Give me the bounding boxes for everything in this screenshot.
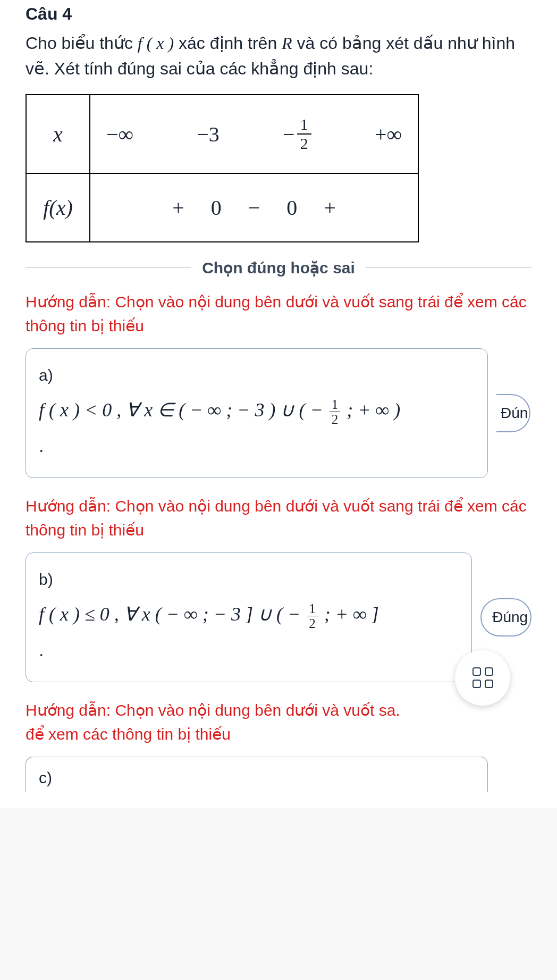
option-a-pill[interactable]: Đún (496, 394, 530, 432)
option-b-math: f ( x ) ≤ 0 , ∀ x ( − ∞ ; − 3 ] ∪ ( − 12… (39, 604, 379, 625)
option-c-label: c) (39, 769, 52, 786)
divider-label-text: Chọn đúng hoặc sai (191, 258, 366, 277)
x-val-neghalf: − 12 (283, 116, 311, 152)
fx-sign-5: + (324, 195, 336, 220)
x-val-neginf: −∞ (106, 122, 133, 147)
option-a-box[interactable]: a) f ( x ) < 0 , ∀ x ∈ ( − ∞ ; − 3 ) ∪ (… (26, 348, 488, 478)
option-a-math: f ( x ) < 0 , ∀ x ∈ ( − ∞ ; − 3 ) ∪ ( − … (39, 399, 400, 421)
fx-sign-1: + (172, 195, 184, 220)
sign-table: x −∞ −3 − 12 +∞ f(x) + 0 − (26, 94, 419, 242)
b-frac-n: 1 (307, 602, 318, 616)
question-text: Cho biểu thức f ( x ) xác định trên R và… (26, 30, 531, 81)
hint-c: Hướng dẫn: Chọn vào nội dung bên dưới và… (26, 698, 531, 746)
hint-b: Hướng dẫn: Chọn vào nội dung bên dưới và… (26, 494, 531, 542)
fx-sign-3: − (248, 195, 260, 220)
option-b-box[interactable]: b) f ( x ) ≤ 0 , ∀ x ( − ∞ ; − 3 ] ∪ ( −… (26, 552, 472, 682)
apps-grid-icon (472, 667, 493, 688)
hint-c-line2: để xem các thông tin bị thiếu (26, 725, 231, 743)
option-c-box[interactable]: c) (26, 757, 488, 792)
sign-table-x-values: −∞ −3 − 12 +∞ (90, 95, 418, 173)
option-b-math-suffix: ; + ∞ ] (319, 604, 379, 625)
hint-a: Hướng dẫn: Chọn vào nội dung bên dưới và… (26, 290, 531, 338)
fx-sign-4: 0 (286, 195, 297, 220)
x-val-posinf: +∞ (375, 122, 402, 147)
qtext-R: R (282, 33, 292, 53)
option-b-math-prefix: f ( x ) ≤ 0 , ∀ x ( − ∞ ; − 3 ] ∪ ( − (39, 604, 305, 625)
fx-sign-2: 0 (211, 195, 222, 220)
section-divider: Chọn đúng hoặc sai (26, 258, 531, 277)
hint-c-line1: Hướng dẫn: Chọn vào nội dung bên dưới và… (26, 701, 400, 719)
a-frac-n: 1 (330, 398, 341, 412)
question-number: Câu 4 (26, 0, 531, 24)
a-frac-d: 2 (330, 412, 341, 426)
frac-den: 2 (297, 135, 311, 152)
b-frac-d: 2 (307, 616, 318, 630)
option-a-math-suffix: ; + ∞ ) (342, 399, 400, 421)
frac-num: 1 (297, 116, 311, 135)
sign-table-x-label: x (26, 95, 90, 173)
qtext-fx: f ( x ) (138, 33, 174, 53)
option-a-math-prefix: f ( x ) < 0 , ∀ x ∈ ( − ∞ ; − 3 ) ∪ ( − (39, 399, 328, 421)
qtext-p1: Cho biểu thức (26, 33, 138, 53)
option-b-pill[interactable]: Đúng (480, 598, 531, 636)
apps-fab[interactable] (455, 650, 510, 706)
qtext-p2: xác định trên (174, 33, 282, 53)
sign-table-fx-values: + 0 − 0 + (90, 173, 418, 242)
option-a-label: a) (39, 362, 475, 389)
option-b-label: b) (39, 566, 459, 593)
option-a-row[interactable]: a) f ( x ) < 0 , ∀ x ∈ ( − ∞ ; − 3 ) ∪ (… (26, 348, 531, 478)
sign-table-fx-label: f(x) (26, 173, 90, 242)
option-b-row[interactable]: b) f ( x ) ≤ 0 , ∀ x ( − ∞ ; − 3 ] ∪ ( −… (26, 552, 531, 682)
x-val-neg3: −3 (197, 122, 220, 147)
